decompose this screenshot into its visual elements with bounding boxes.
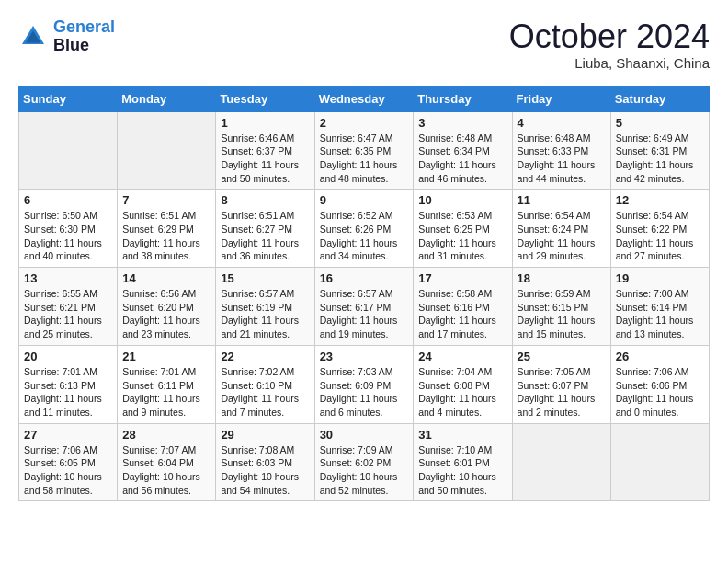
day-number: 14 <box>122 271 210 285</box>
calendar-cell: 26Sunrise: 7:06 AMSunset: 6:06 PMDayligh… <box>610 345 709 423</box>
day-info: Sunrise: 7:04 AMSunset: 6:08 PMDaylight:… <box>418 365 506 419</box>
calendar-cell: 24Sunrise: 7:04 AMSunset: 6:08 PMDayligh… <box>414 345 512 423</box>
day-info: Sunrise: 6:59 AMSunset: 6:15 PMDaylight:… <box>518 287 606 341</box>
calendar-cell: 30Sunrise: 7:09 AMSunset: 6:02 PMDayligh… <box>314 423 414 501</box>
page-header: General Blue October 2024 Liuba, Shaanxi… <box>18 18 710 71</box>
day-number: 17 <box>418 271 506 285</box>
calendar-cell: 4Sunrise: 6:48 AMSunset: 6:33 PMDaylight… <box>512 111 610 190</box>
day-info: Sunrise: 6:54 AMSunset: 6:24 PMDaylight:… <box>518 209 606 263</box>
day-info: Sunrise: 6:47 AMSunset: 6:35 PMDaylight:… <box>320 132 409 186</box>
day-info: Sunrise: 7:01 AMSunset: 6:13 PMDaylight:… <box>24 365 112 419</box>
weekday-header-sunday: Sunday <box>19 86 118 111</box>
day-number: 31 <box>418 428 506 442</box>
weekday-header-monday: Monday <box>118 86 216 111</box>
calendar-cell: 1Sunrise: 6:46 AMSunset: 6:37 PMDaylight… <box>216 111 314 190</box>
calendar-cell: 6Sunrise: 6:50 AMSunset: 6:30 PMDaylight… <box>19 190 118 268</box>
calendar-cell: 8Sunrise: 6:51 AMSunset: 6:27 PMDaylight… <box>216 190 314 268</box>
day-number: 21 <box>122 350 210 363</box>
day-number: 28 <box>122 428 210 442</box>
day-number: 1 <box>221 116 309 130</box>
calendar-cell: 14Sunrise: 6:56 AMSunset: 6:20 PMDayligh… <box>118 268 216 346</box>
calendar-week-2: 6Sunrise: 6:50 AMSunset: 6:30 PMDaylight… <box>19 190 710 268</box>
calendar-cell: 27Sunrise: 7:06 AMSunset: 6:05 PMDayligh… <box>19 423 118 501</box>
day-info: Sunrise: 6:55 AMSunset: 6:21 PMDaylight:… <box>24 287 112 341</box>
logo-icon <box>18 22 48 52</box>
day-number: 10 <box>418 193 506 207</box>
day-number: 13 <box>24 271 112 285</box>
day-number: 25 <box>518 350 606 363</box>
day-number: 4 <box>518 116 606 130</box>
day-number: 8 <box>221 193 309 207</box>
day-info: Sunrise: 7:02 AMSunset: 6:10 PMDaylight:… <box>221 365 309 419</box>
calendar-cell: 29Sunrise: 7:08 AMSunset: 6:03 PMDayligh… <box>216 423 314 501</box>
weekday-header-tuesday: Tuesday <box>216 86 314 111</box>
day-info: Sunrise: 7:08 AMSunset: 6:03 PMDaylight:… <box>221 443 309 498</box>
day-info: Sunrise: 6:58 AMSunset: 6:16 PMDaylight:… <box>418 287 506 341</box>
calendar-cell: 3Sunrise: 6:48 AMSunset: 6:34 PMDaylight… <box>414 111 512 190</box>
day-info: Sunrise: 6:53 AMSunset: 6:25 PMDaylight:… <box>418 209 506 263</box>
calendar-cell: 2Sunrise: 6:47 AMSunset: 6:35 PMDaylight… <box>314 111 414 190</box>
calendar-week-4: 20Sunrise: 7:01 AMSunset: 6:13 PMDayligh… <box>19 345 710 423</box>
weekday-header-friday: Friday <box>512 86 610 111</box>
day-info: Sunrise: 7:05 AMSunset: 6:07 PMDaylight:… <box>518 365 606 419</box>
day-number: 20 <box>24 350 112 363</box>
calendar-cell <box>118 111 216 190</box>
day-number: 5 <box>616 116 704 130</box>
calendar-cell: 15Sunrise: 6:57 AMSunset: 6:19 PMDayligh… <box>216 268 314 346</box>
day-info: Sunrise: 6:50 AMSunset: 6:30 PMDaylight:… <box>24 209 112 263</box>
calendar-cell: 16Sunrise: 6:57 AMSunset: 6:17 PMDayligh… <box>314 268 414 346</box>
day-info: Sunrise: 6:51 AMSunset: 6:27 PMDaylight:… <box>221 209 309 263</box>
day-info: Sunrise: 6:56 AMSunset: 6:20 PMDaylight:… <box>122 287 210 341</box>
logo-text: General Blue <box>53 18 115 55</box>
calendar-cell: 20Sunrise: 7:01 AMSunset: 6:13 PMDayligh… <box>19 345 118 423</box>
calendar-cell: 10Sunrise: 6:53 AMSunset: 6:25 PMDayligh… <box>414 190 512 268</box>
day-number: 27 <box>24 428 112 442</box>
day-number: 11 <box>518 193 606 207</box>
calendar-cell: 23Sunrise: 7:03 AMSunset: 6:09 PMDayligh… <box>314 345 414 423</box>
day-info: Sunrise: 7:07 AMSunset: 6:04 PMDaylight:… <box>122 443 210 498</box>
calendar-week-3: 13Sunrise: 6:55 AMSunset: 6:21 PMDayligh… <box>19 268 710 346</box>
calendar-body: 1Sunrise: 6:46 AMSunset: 6:37 PMDaylight… <box>19 111 710 501</box>
day-info: Sunrise: 6:57 AMSunset: 6:19 PMDaylight:… <box>221 287 309 341</box>
calendar-cell: 22Sunrise: 7:02 AMSunset: 6:10 PMDayligh… <box>216 345 314 423</box>
weekday-header-wednesday: Wednesday <box>314 86 414 111</box>
title-block: October 2024 Liuba, Shaanxi, China <box>509 18 710 71</box>
logo: General Blue <box>18 18 115 55</box>
calendar-cell: 13Sunrise: 6:55 AMSunset: 6:21 PMDayligh… <box>19 268 118 346</box>
calendar-cell <box>19 111 118 190</box>
location-subtitle: Liuba, Shaanxi, China <box>509 55 710 71</box>
day-number: 3 <box>418 116 506 130</box>
calendar-week-5: 27Sunrise: 7:06 AMSunset: 6:05 PMDayligh… <box>19 423 710 501</box>
day-info: Sunrise: 7:01 AMSunset: 6:11 PMDaylight:… <box>122 365 210 419</box>
month-title: October 2024 <box>509 18 710 55</box>
day-number: 9 <box>320 193 409 207</box>
calendar-cell: 19Sunrise: 7:00 AMSunset: 6:14 PMDayligh… <box>610 268 709 346</box>
day-info: Sunrise: 6:48 AMSunset: 6:34 PMDaylight:… <box>418 132 506 186</box>
day-info: Sunrise: 6:46 AMSunset: 6:37 PMDaylight:… <box>221 132 309 186</box>
day-number: 22 <box>221 350 309 363</box>
weekday-header-saturday: Saturday <box>610 86 709 111</box>
day-info: Sunrise: 6:48 AMSunset: 6:33 PMDaylight:… <box>518 132 606 186</box>
calendar-cell <box>610 423 709 501</box>
calendar-cell: 21Sunrise: 7:01 AMSunset: 6:11 PMDayligh… <box>118 345 216 423</box>
day-info: Sunrise: 6:52 AMSunset: 6:26 PMDaylight:… <box>320 209 409 263</box>
day-number: 29 <box>221 428 309 442</box>
calendar-cell: 12Sunrise: 6:54 AMSunset: 6:22 PMDayligh… <box>610 190 709 268</box>
calendar-table: SundayMondayTuesdayWednesdayThursdayFrid… <box>18 86 710 502</box>
calendar-cell: 17Sunrise: 6:58 AMSunset: 6:16 PMDayligh… <box>414 268 512 346</box>
day-number: 19 <box>616 271 704 285</box>
day-number: 15 <box>221 271 309 285</box>
day-info: Sunrise: 6:49 AMSunset: 6:31 PMDaylight:… <box>616 132 704 186</box>
logo-line2: Blue <box>53 37 115 55</box>
calendar-cell: 28Sunrise: 7:07 AMSunset: 6:04 PMDayligh… <box>118 423 216 501</box>
logo-line1: General <box>53 17 115 36</box>
day-number: 6 <box>24 193 112 207</box>
day-info: Sunrise: 7:00 AMSunset: 6:14 PMDaylight:… <box>616 287 704 341</box>
calendar-cell: 9Sunrise: 6:52 AMSunset: 6:26 PMDaylight… <box>314 190 414 268</box>
calendar-cell: 11Sunrise: 6:54 AMSunset: 6:24 PMDayligh… <box>512 190 610 268</box>
calendar-cell <box>512 423 610 501</box>
day-number: 24 <box>418 350 506 363</box>
calendar-header: SundayMondayTuesdayWednesdayThursdayFrid… <box>19 86 710 111</box>
day-number: 26 <box>616 350 704 363</box>
day-number: 2 <box>320 116 409 130</box>
